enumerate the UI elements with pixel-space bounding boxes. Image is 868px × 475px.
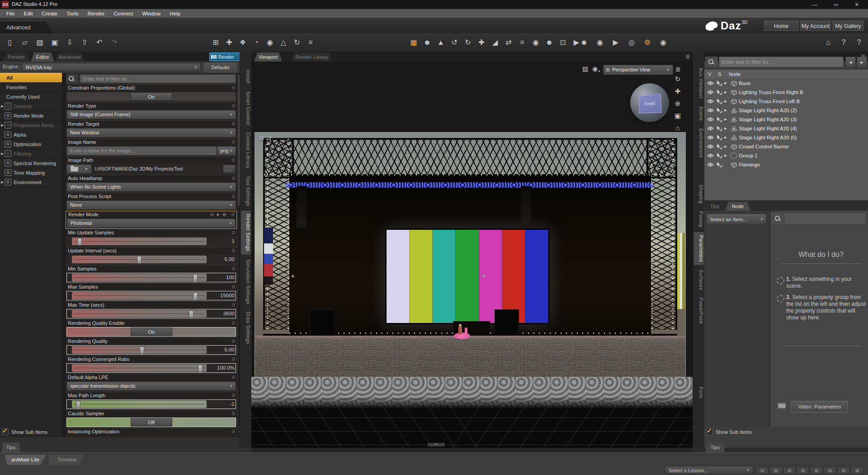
gear-icon[interactable]: ⚙ xyxy=(231,392,236,399)
gear-icon[interactable]: ⚙ xyxy=(231,374,236,381)
camera-cone-icon[interactable]: ◉ xyxy=(592,65,598,72)
slider-track[interactable] xyxy=(72,400,207,408)
scene-node-lighting-truss-front-left-b[interactable]: ▶ Lighting Truss Front Left B xyxy=(704,97,868,106)
activity-tab-smart-content[interactable]: Smart Content xyxy=(241,88,251,128)
dropdown[interactable]: None▼ xyxy=(67,201,236,209)
column-node[interactable]: Node xyxy=(729,70,741,79)
checkbox-checked-icon[interactable] xyxy=(706,428,713,435)
expand-arrow-icon[interactable]: ▶ xyxy=(723,145,728,148)
setting-control[interactable]: New Window▼ xyxy=(67,128,236,137)
setting-control[interactable]: −+1 xyxy=(67,237,236,246)
expand-arrow-icon[interactable]: ▶ xyxy=(0,124,5,127)
eye-icon[interactable] xyxy=(707,99,714,104)
menu-file[interactable]: File xyxy=(2,11,19,16)
slider-handle[interactable] xyxy=(198,365,203,372)
menu-window[interactable]: Window xyxy=(137,11,165,16)
column-selectability[interactable]: S xyxy=(718,70,721,79)
timer-tool-icon[interactable]: ◔ xyxy=(251,37,262,48)
dropdown[interactable]: When No Scene Lights▼ xyxy=(67,183,236,191)
camera-cursor-tool-icon[interactable]: ◉ xyxy=(594,37,605,48)
expand-arrow-icon[interactable]: ▶ xyxy=(0,104,5,108)
format-dropdown[interactable]: png▼ xyxy=(217,147,236,155)
slider-track[interactable] xyxy=(72,346,207,354)
select-cursor-icon[interactable] xyxy=(716,117,723,122)
slider-track[interactable] xyxy=(72,310,207,318)
slider-minus[interactable]: − xyxy=(68,255,71,264)
lesson-toolbar-button-4[interactable]: ▤ xyxy=(797,466,809,474)
setting-control[interactable]: Off xyxy=(67,418,236,427)
spotlight-icon[interactable]: △ xyxy=(278,37,289,48)
select-cursor-icon[interactable] xyxy=(716,162,723,167)
eye-icon[interactable] xyxy=(707,90,714,95)
parameters-search-button[interactable] xyxy=(771,213,784,224)
column-visibility[interactable]: V xyxy=(708,70,711,79)
chevron-down-icon[interactable]: ▼ xyxy=(598,70,601,73)
viewport-pane-menu-icon[interactable]: ≣ xyxy=(685,53,690,60)
eye-icon[interactable] xyxy=(707,153,714,158)
dropdown[interactable]: Still Image (Current Frame)▼ xyxy=(67,110,236,119)
expand-arrow-icon[interactable]: ▶ xyxy=(723,127,728,130)
setting-control[interactable]: On xyxy=(67,92,236,101)
slider-track[interactable] xyxy=(72,274,207,281)
select-cursor-icon[interactable] xyxy=(716,99,723,104)
open-file-icon[interactable]: ▱ xyxy=(19,37,30,48)
move-gizmo-icon[interactable]: ✛ xyxy=(481,274,486,279)
orbit-rotate-icon[interactable]: ↻ xyxy=(675,75,681,83)
orbit-tool-icon[interactable]: ↻ xyxy=(292,37,302,48)
import-icon[interactable]: ⇩ xyxy=(64,37,75,48)
slider-minus[interactable]: − xyxy=(68,309,71,318)
geometry-ball-tool-icon[interactable]: ☻ xyxy=(422,37,433,48)
slider-handle[interactable] xyxy=(193,292,198,300)
activity-tab-environment[interactable]: Environment xyxy=(694,125,704,161)
tab-presets[interactable]: Presets xyxy=(3,52,30,62)
expand-arrow-icon[interactable]: ▶ xyxy=(0,180,5,184)
browse-button[interactable]: ... xyxy=(223,165,236,173)
tab-editor[interactable]: Editor xyxy=(31,52,54,62)
lesson-toolbar-button-5[interactable]: ▤ xyxy=(810,466,823,474)
gear-icon[interactable]: ⚙ xyxy=(231,121,236,128)
toggle-button[interactable]: On xyxy=(131,92,172,101)
tab-tips[interactable]: Tips xyxy=(705,202,724,211)
scene-node-stage-light-right-a20-5[interactable]: ▶ Stage Light Right A20 (5) xyxy=(704,133,868,142)
slider-track[interactable] xyxy=(72,364,207,372)
menu-edit[interactable]: Edit xyxy=(19,11,38,16)
slider-minus[interactable]: − xyxy=(68,291,71,300)
lesson-toolbar-button-8[interactable]: ▤ xyxy=(851,466,863,474)
slider-plus[interactable]: + xyxy=(210,364,213,372)
slider-plus[interactable]: + xyxy=(210,237,213,246)
slider-plus[interactable]: + xyxy=(210,273,213,282)
category-progressive-rend[interactable]: ▶GProgressive Rend... xyxy=(0,120,62,130)
gear-icon[interactable]: ⚙ xyxy=(231,338,236,345)
lesson-toolbar-button-7[interactable]: ▤ xyxy=(837,466,850,474)
home-button[interactable]: Home xyxy=(764,21,798,31)
layout-tab-advanced[interactable]: Advanced xyxy=(0,22,53,33)
my-gallery-button[interactable]: My Gallery xyxy=(833,21,863,31)
redo-icon[interactable]: ↷ xyxy=(109,37,120,48)
select-cursor-icon[interactable] xyxy=(716,81,723,86)
maximize-button[interactable]: ▭ xyxy=(826,0,845,9)
eye-icon[interactable] xyxy=(707,162,714,167)
activity-tab-surfaces[interactable]: Surfaces xyxy=(694,266,704,293)
activity-tab-render-settings[interactable]: Render Settings xyxy=(241,211,251,255)
slider-plus[interactable]: + xyxy=(210,346,213,354)
frame-view-icon[interactable]: ▣ xyxy=(675,112,681,120)
viewport-options-icon[interactable]: ≣ xyxy=(675,66,681,73)
activity-tab-install[interactable]: Install xyxy=(241,66,251,87)
slider-minus[interactable]: − xyxy=(68,237,71,246)
gear-icon[interactable]: ⚙ xyxy=(231,356,236,363)
menu-connect[interactable]: Connect xyxy=(109,11,137,16)
setting-control[interactable]: Enter a name for the image...png▼ xyxy=(67,147,236,155)
tips-tab-left[interactable]: Tips xyxy=(1,442,21,452)
render-button[interactable]: Render xyxy=(209,52,240,61)
gear-icon[interactable]: ⚙ xyxy=(231,157,236,164)
tab-timeline[interactable]: Timeline xyxy=(49,455,85,465)
viewport-3d[interactable]: ✛ ✛ 16 : 9 ▨ ◉ ▼ ⊞Perspective View▼ ≣ Fr… xyxy=(251,62,693,448)
slider-plus[interactable]: + xyxy=(210,291,213,300)
comb-tool-icon[interactable]: ≡ xyxy=(517,37,528,48)
slider-handle[interactable] xyxy=(140,347,144,354)
image-name-input[interactable]: Enter a name for the image... xyxy=(67,147,217,155)
gear-icon[interactable]: ⚙ xyxy=(231,320,236,327)
eye-icon[interactable] xyxy=(707,108,714,113)
select-item-dropdown[interactable]: Select an Item...▼ xyxy=(706,214,767,224)
region-navigator-icon[interactable]: ⊡ xyxy=(557,37,568,48)
